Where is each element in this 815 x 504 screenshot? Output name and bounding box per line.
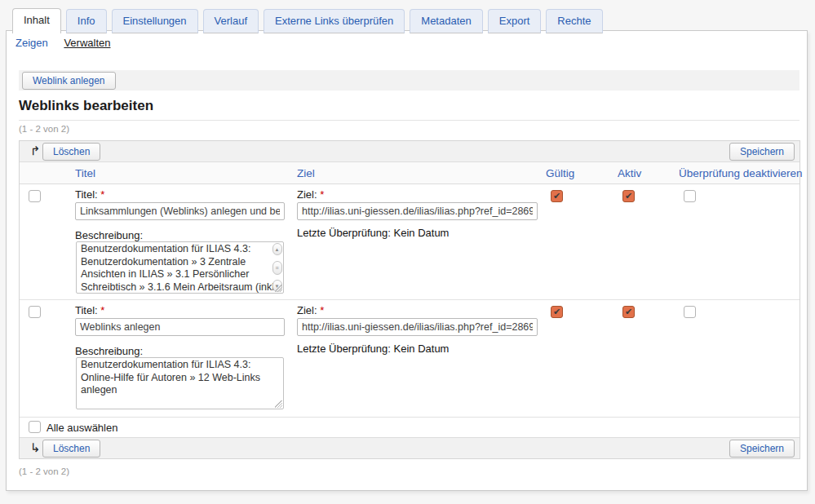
valid-checkbox[interactable]: ✔: [551, 306, 563, 318]
content-panel: Zeigen Verwalten Weblink anlegen Weblink…: [6, 30, 808, 491]
required-marker: *: [100, 188, 104, 201]
tab-inhalt[interactable]: Inhalt: [12, 8, 61, 33]
delete-button-bottom[interactable]: Löschen: [42, 440, 100, 458]
disable-check-checkbox[interactable]: [684, 190, 696, 202]
tab-bar: Inhalt Info Einstellungen Verlauf Extern…: [12, 8, 603, 33]
row-select-checkbox[interactable]: [29, 306, 41, 318]
disable-check-checkbox[interactable]: [684, 306, 696, 318]
table-row: Titel: * Ziel: * Beschreibung: Benutzerd…: [20, 184, 799, 300]
table-row: Titel: * Ziel: * Beschreibung: Benutzerd…: [20, 300, 799, 418]
apply-to-selected-up-icon: ↱: [30, 144, 41, 158]
column-header-titel: Titel: [75, 167, 95, 179]
column-header-gueltig: Gültig: [546, 167, 574, 179]
select-all-checkbox[interactable]: [29, 421, 41, 433]
scroll-thumb[interactable]: ≡: [272, 261, 282, 275]
column-header-ziel: Ziel: [297, 167, 315, 179]
create-weblink-button[interactable]: Weblink anlegen: [22, 72, 116, 90]
title-label: Titel: *: [75, 188, 104, 201]
subtab-bar: Zeigen Verwalten: [16, 37, 123, 49]
column-header-aktiv: Aktiv: [618, 167, 641, 179]
tab-einstellungen[interactable]: Einstellungen: [112, 9, 198, 33]
title-label: Titel: *: [75, 304, 104, 316]
title-label-text: Titel:: [75, 304, 98, 316]
subtab-verwalten[interactable]: Verwalten: [64, 37, 110, 49]
tab-verlauf[interactable]: Verlauf: [203, 9, 259, 33]
title-divider: [19, 120, 799, 121]
tab-rechte[interactable]: Rechte: [546, 9, 602, 33]
required-marker: *: [100, 304, 104, 316]
required-marker: *: [320, 188, 324, 201]
target-label-text: Ziel:: [297, 188, 317, 201]
toolbar: Weblink anlegen: [19, 70, 799, 91]
description-label: Beschreibung:: [75, 229, 143, 241]
subtab-zeigen[interactable]: Zeigen: [16, 37, 48, 49]
tab-externe-links-ueberpruefen[interactable]: Externe Links überprüfen: [264, 9, 405, 33]
target-input[interactable]: [297, 202, 538, 220]
target-label: Ziel: *: [297, 304, 324, 316]
textarea-resize-grip[interactable]: [275, 400, 282, 408]
page-title: Weblinks bearbeiten: [19, 98, 153, 114]
target-label-text: Ziel:: [297, 304, 317, 316]
title-label-text: Titel:: [75, 188, 98, 201]
required-marker: *: [320, 304, 324, 316]
description-textarea[interactable]: Benutzerdokumentation für ILIAS 4.3: Ben…: [76, 241, 284, 294]
scroll-up-icon[interactable]: ▲: [272, 243, 282, 255]
last-check-status: Letzte Überprüfung: Kein Datum: [297, 343, 449, 355]
active-checkbox[interactable]: ✔: [622, 306, 635, 318]
result-count-bottom: (1 - 2 von 2): [19, 466, 69, 476]
description-label: Beschreibung:: [75, 345, 143, 357]
active-checkbox[interactable]: ✔: [622, 190, 635, 202]
textarea-resize-grip[interactable]: [275, 285, 282, 292]
description-textarea[interactable]: Benutzerdokumentation für ILIAS 4.3: Onl…: [76, 357, 284, 409]
row-select-checkbox[interactable]: [29, 190, 41, 202]
save-button-bottom[interactable]: Speichern: [729, 440, 795, 458]
tab-export[interactable]: Export: [488, 9, 542, 33]
target-label: Ziel: *: [297, 188, 324, 201]
table-header-row: Titel Ziel Gültig Aktiv Überprüfung deak…: [20, 162, 799, 184]
weblinks-table: ↱ Löschen Speichern Titel Ziel Gültig Ak…: [19, 140, 800, 459]
tab-info[interactable]: Info: [66, 9, 107, 33]
valid-checkbox[interactable]: ✔: [551, 190, 563, 202]
table-action-row-top: ↱ Löschen Speichern: [20, 141, 799, 162]
title-input[interactable]: [75, 318, 285, 336]
result-count-top: (1 - 2 von 2): [19, 124, 69, 134]
table-action-row-bottom: ↳ Löschen Speichern: [20, 437, 799, 458]
select-all-label: Alle auswählen: [47, 422, 117, 434]
save-button-top[interactable]: Speichern: [729, 143, 795, 161]
last-check-status: Letzte Überprüfung: Kein Datum: [297, 227, 449, 239]
title-input[interactable]: [75, 202, 285, 220]
delete-button-top[interactable]: Löschen: [42, 143, 100, 161]
tab-metadaten[interactable]: Metadaten: [410, 9, 482, 33]
column-header-ueberpruefung-deaktivieren: Überprüfung deaktivieren: [679, 167, 803, 179]
apply-to-selected-down-icon: ↳: [30, 440, 41, 455]
target-input[interactable]: [297, 318, 538, 336]
select-all-row: Alle auswählen: [20, 418, 799, 437]
